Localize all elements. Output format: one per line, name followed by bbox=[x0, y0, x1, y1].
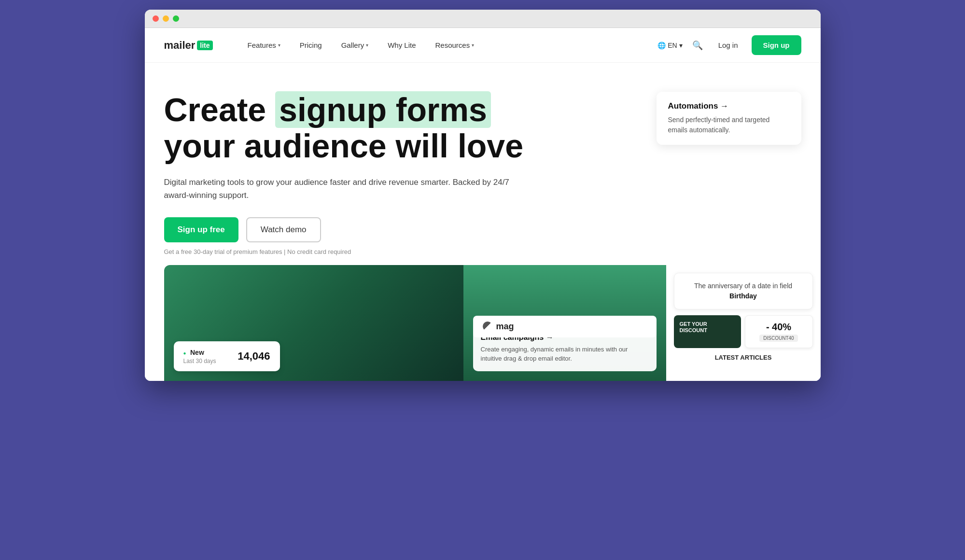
chevron-down-icon-gallery: ▾ bbox=[366, 42, 368, 48]
stats-status-row: ● New bbox=[183, 348, 216, 357]
nav-item-pricing[interactable]: Pricing bbox=[292, 37, 330, 53]
automations-feature-card: Automations → Send perfectly-timed and t… bbox=[657, 92, 801, 145]
navigation: mailerlite Features ▾ Pricing Gallery ▾ … bbox=[145, 28, 821, 63]
stats-dot: ● bbox=[183, 350, 186, 356]
page-content: mailerlite Features ▾ Pricing Gallery ▾ … bbox=[145, 28, 821, 381]
mag-label: mag bbox=[496, 322, 514, 332]
feature-card-description: Send perfectly-timed and targeted emails… bbox=[668, 115, 790, 135]
discount-green-card: GET YOUR DISCOUNT bbox=[674, 315, 741, 348]
mag-circle-icon bbox=[483, 322, 492, 331]
anniversary-bold: Birthday bbox=[729, 292, 757, 300]
search-icon: 🔍 bbox=[692, 41, 703, 50]
stats-number: 14,046 bbox=[238, 350, 270, 363]
browser-chrome bbox=[145, 10, 821, 28]
minimize-button[interactable] bbox=[163, 15, 169, 22]
stats-card: ● New Last 30 days 14,046 bbox=[174, 341, 280, 371]
logo-mailer-text: mailer bbox=[164, 39, 196, 52]
headline-highlight: signup forms bbox=[275, 91, 491, 128]
hero-headline: Create signup forms your audience will l… bbox=[164, 92, 550, 164]
globe-icon: 🌐 bbox=[657, 42, 666, 49]
showcase-middle-panel: Email campaigns → Create engaging, dynam… bbox=[463, 265, 666, 381]
get-discount-label: GET YOUR DISCOUNT bbox=[680, 321, 735, 334]
trial-note: Get a free 30-day trial of premium featu… bbox=[164, 248, 801, 255]
chevron-down-icon-resources: ▾ bbox=[472, 42, 474, 48]
nav-resources-label: Resources bbox=[435, 41, 470, 49]
anniversary-text: The anniversary of a date in field Birth… bbox=[684, 281, 803, 301]
stats-sublabel: Last 30 days bbox=[183, 358, 216, 364]
nav-item-why-lite[interactable]: Why Lite bbox=[380, 37, 423, 53]
language-label: EN bbox=[668, 42, 677, 49]
mag-logo-box: mag bbox=[473, 316, 657, 337]
nav-links: Features ▾ Pricing Gallery ▾ Why Lite Re… bbox=[240, 37, 643, 53]
headline-prefix: Create bbox=[164, 91, 266, 128]
feature-card-title: Automations → bbox=[668, 101, 790, 111]
chevron-down-icon: ▾ bbox=[278, 42, 280, 48]
nav-pricing-label: Pricing bbox=[300, 41, 322, 49]
browser-window: mailerlite Features ▾ Pricing Gallery ▾ … bbox=[145, 10, 821, 381]
showcase-section: ● New Last 30 days 14,046 Email campaign… bbox=[145, 265, 821, 381]
nav-why-lite-label: Why Lite bbox=[388, 41, 416, 49]
feature-card-title-text: Automations → bbox=[668, 101, 729, 111]
nav-features-label: Features bbox=[248, 41, 276, 49]
logo[interactable]: mailerlite bbox=[164, 39, 213, 52]
nav-right: 🌐 EN ▾ 🔍 Log in Sign up bbox=[657, 35, 801, 55]
discount-percent: - 40% bbox=[766, 322, 791, 333]
hero-signup-button[interactable]: Sign up free bbox=[164, 217, 238, 242]
showcase-right-panel: The anniversary of a date in field Birth… bbox=[666, 265, 821, 381]
hero-watch-demo-button[interactable]: Watch demo bbox=[246, 217, 321, 242]
hero-subheadline: Digital marketing tools to grow your aud… bbox=[164, 176, 526, 202]
email-campaign-desc: Create engaging, dynamic emails in minut… bbox=[481, 345, 649, 364]
nav-gallery-label: Gallery bbox=[341, 41, 364, 49]
search-button[interactable]: 🔍 bbox=[690, 38, 705, 53]
discount-cards: GET YOUR DISCOUNT - 40% DISCOUNT40 bbox=[674, 315, 813, 348]
login-button[interactable]: Log in bbox=[713, 37, 744, 53]
nav-item-gallery[interactable]: Gallery ▾ bbox=[334, 37, 377, 53]
chevron-down-icon-lang: ▾ bbox=[679, 42, 683, 49]
maximize-button[interactable] bbox=[173, 15, 179, 22]
logo-lite-badge: lite bbox=[197, 41, 212, 50]
hero-section: Create signup forms your audience will l… bbox=[145, 63, 821, 265]
close-button[interactable] bbox=[153, 15, 159, 22]
discount-white-card: - 40% DISCOUNT40 bbox=[745, 315, 813, 348]
nav-item-resources[interactable]: Resources ▾ bbox=[428, 37, 482, 53]
stats-label: New bbox=[190, 349, 204, 356]
latest-articles-label: LATEST ARTICLES bbox=[674, 354, 813, 361]
showcase-left-panel: ● New Last 30 days 14,046 bbox=[164, 265, 463, 381]
discount-code: DISCOUNT40 bbox=[759, 335, 797, 342]
signup-button[interactable]: Sign up bbox=[752, 35, 801, 55]
nav-item-features[interactable]: Features ▾ bbox=[240, 37, 288, 53]
language-selector[interactable]: 🌐 EN ▾ bbox=[657, 42, 682, 49]
anniversary-card: The anniversary of a date in field Birth… bbox=[674, 273, 813, 309]
stats-card-left: ● New Last 30 days bbox=[183, 348, 216, 364]
hero-buttons: Sign up free Watch demo bbox=[164, 217, 801, 242]
headline-suffix: your audience will love bbox=[164, 127, 523, 164]
